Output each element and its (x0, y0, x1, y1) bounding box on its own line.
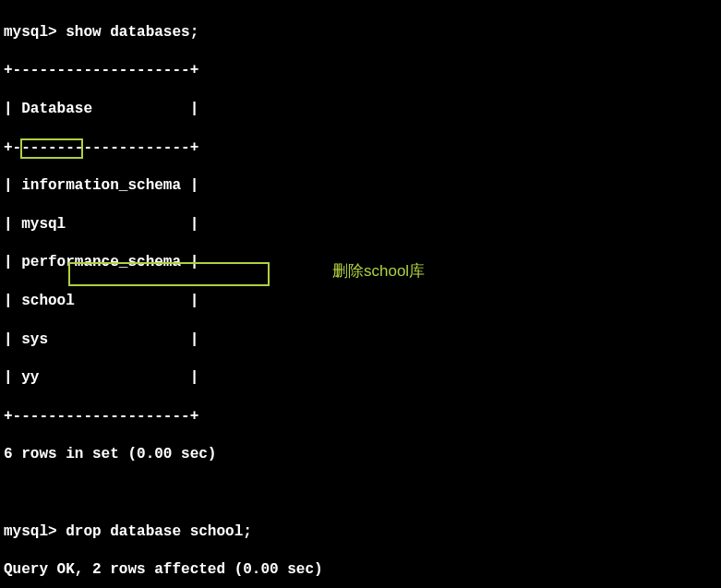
cmd-line-1: mysql> show databases; (4, 23, 717, 42)
cmd-line-2: mysql> drop database school; (4, 522, 717, 542)
result-summary: 6 rows in set (0.00 sec) (4, 445, 717, 464)
prompt: mysql> (4, 24, 57, 41)
table-border: +--------------------+ (4, 138, 717, 158)
blank-line (4, 484, 717, 503)
query-result: Query OK, 2 rows affected (0.00 sec) (4, 560, 717, 580)
table-row-school: | school | (4, 292, 717, 311)
annotation-label: 删除school库 (332, 261, 425, 282)
table-row: | yy | (4, 368, 717, 388)
command-show-databases: show databases; (66, 24, 198, 41)
prompt: mysql> (4, 523, 57, 540)
command-drop-database: drop database school; (66, 523, 252, 540)
terminal-output: mysql> show databases; +----------------… (4, 4, 717, 588)
table-row: | sys | (4, 330, 717, 350)
table-border: +--------------------+ (4, 61, 717, 80)
table-header: | Database | (4, 100, 717, 119)
table-row: | mysql | (4, 215, 717, 234)
table-row: | information_schema | (4, 176, 717, 196)
table-border: +--------------------+ (4, 407, 717, 426)
